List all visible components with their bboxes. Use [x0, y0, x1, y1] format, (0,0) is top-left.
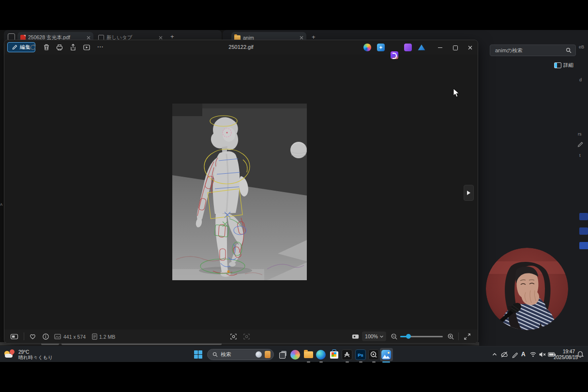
clipped-text-fragment: d — [579, 77, 582, 82]
camera-icon — [370, 351, 377, 359]
zoom-level: 100% — [365, 333, 378, 339]
left-edge-artifact: A — [0, 202, 2, 207]
start-button[interactable] — [194, 350, 202, 359]
copilot-icon[interactable] — [363, 44, 371, 51]
running-indicator — [319, 362, 323, 363]
clipped-text-fragment: t — [579, 153, 581, 158]
clipped-blue-item — [579, 213, 588, 220]
file-size: 1.2 MB — [99, 334, 115, 340]
wifi-icon[interactable] — [529, 351, 537, 358]
running-indicator — [346, 362, 349, 363]
delete-icon[interactable] — [42, 43, 51, 52]
photos-app-button[interactable] — [380, 349, 392, 361]
fullscreen-icon[interactable] — [463, 332, 471, 341]
copilot-button[interactable] — [289, 349, 301, 361]
photos-icon — [381, 350, 391, 360]
camera-app-button[interactable] — [368, 349, 379, 361]
ai-edit-icon[interactable] — [377, 44, 385, 51]
search-value: animの検索 — [490, 47, 566, 54]
taskbar-weather-widget[interactable]: 29°C 晴れ時々くもり — [4, 347, 53, 362]
onedrive-icon[interactable] — [418, 44, 425, 51]
search-icon[interactable] — [566, 47, 572, 53]
weather-icon — [4, 349, 15, 360]
pen-icon[interactable] — [512, 351, 518, 358]
search-icon — [212, 352, 218, 357]
maximize-button[interactable] — [449, 43, 462, 52]
print-icon[interactable] — [55, 43, 64, 52]
rotate-icon[interactable] — [29, 43, 37, 52]
favorite-icon[interactable] — [29, 332, 37, 341]
search-label: 検索 — [221, 351, 253, 358]
zoom-slider[interactable] — [400, 336, 443, 337]
weather-temp: 29°C — [18, 349, 53, 355]
tray-chevron-up-icon[interactable] — [492, 352, 498, 357]
dimensions-icon — [54, 332, 62, 341]
close-button[interactable] — [463, 43, 477, 52]
minimize-button[interactable] — [433, 43, 447, 52]
details-toggle[interactable]: 詳細 — [554, 62, 573, 69]
fit-window-icon[interactable] — [351, 332, 360, 341]
close-icon — [468, 45, 472, 50]
desktop: 250628 玄光本.pdf 新しいタブ + anim + animの検索 — [0, 30, 588, 346]
notification-bell-icon[interactable] — [577, 351, 584, 358]
zoom-slider-knob[interactable] — [406, 334, 411, 339]
copilot-icon — [290, 350, 300, 360]
share-icon[interactable] — [69, 43, 77, 52]
photos-app-window: 250122.gif 編集 ⋯ — [4, 40, 478, 344]
ime-mode-indicator[interactable]: A — [521, 351, 526, 358]
details-panel-icon — [554, 62, 561, 68]
active-app-indicator — [382, 362, 390, 363]
running-indicator — [307, 362, 310, 363]
edge-button[interactable] — [315, 349, 327, 361]
gif-image — [172, 104, 307, 280]
close-tab-icon[interactable] — [87, 36, 90, 40]
explorer-search-box[interactable]: animの検索 — [490, 45, 576, 56]
close-tab-icon[interactable] — [159, 36, 163, 40]
image-dimensions: 441 x 574 — [63, 334, 86, 340]
zoom-out-icon[interactable] — [390, 332, 398, 341]
details-label: 詳細 — [563, 62, 573, 69]
volume-muted-icon[interactable] — [539, 351, 546, 358]
new-tab-button[interactable]: + — [170, 33, 174, 40]
onedrive-paused-icon[interactable] — [500, 351, 508, 358]
search-highlight-icon — [265, 351, 271, 358]
filesize-icon — [90, 332, 99, 341]
task-view-button[interactable] — [277, 349, 289, 361]
photoshop-button[interactable]: Ps — [355, 349, 366, 361]
video-frame: 250628 玄光本.pdf 新しいタブ + anim + animの検索 — [0, 0, 588, 392]
taskbar-search-box[interactable]: 検索 — [207, 349, 274, 360]
clipped-blue-item — [579, 242, 588, 249]
webcam-overlay — [486, 248, 568, 330]
search-highlight-icon — [256, 351, 262, 358]
store-button[interactable] — [328, 349, 340, 361]
zoom-level-dropdown[interactable]: 100% — [362, 332, 386, 341]
close-tab-icon[interactable] — [300, 36, 303, 40]
webcam-feed — [486, 248, 568, 330]
zbrush-button[interactable] — [341, 349, 353, 361]
zoom-to-fit-icon[interactable] — [229, 332, 238, 341]
pencil-icon — [12, 45, 17, 50]
photoshop-icon: Ps — [355, 349, 366, 360]
designer-icon[interactable] — [391, 51, 398, 59]
clipped-pen-icon — [577, 140, 584, 147]
clipped-text-fragment: eB — [579, 45, 584, 49]
taskbar: 29°C 晴れ時々くもり 検索 Ps — [0, 346, 588, 362]
clipped-blue-item — [579, 227, 588, 235]
chevron-down-icon — [380, 335, 383, 338]
more-options-icon[interactable]: ⋯ — [96, 43, 105, 52]
zoom-in-icon[interactable] — [447, 332, 455, 341]
next-arrow-icon — [467, 191, 470, 195]
filmstrip-toggle-icon[interactable] — [10, 332, 18, 341]
folder-icon — [304, 351, 313, 358]
mouse-cursor — [453, 88, 460, 98]
tray-clock[interactable]: 19:47 2025/08/15 — [554, 349, 575, 360]
info-icon[interactable] — [42, 332, 50, 341]
store-icon — [330, 351, 338, 359]
slideshow-icon[interactable] — [82, 43, 91, 52]
zbrush-icon — [344, 351, 350, 358]
next-image-button[interactable] — [464, 185, 474, 201]
actual-size-icon[interactable] — [242, 332, 251, 341]
clipchamp-icon[interactable] — [404, 44, 412, 51]
tray-time: 19:47 — [554, 349, 575, 355]
file-explorer-button[interactable] — [302, 349, 314, 361]
